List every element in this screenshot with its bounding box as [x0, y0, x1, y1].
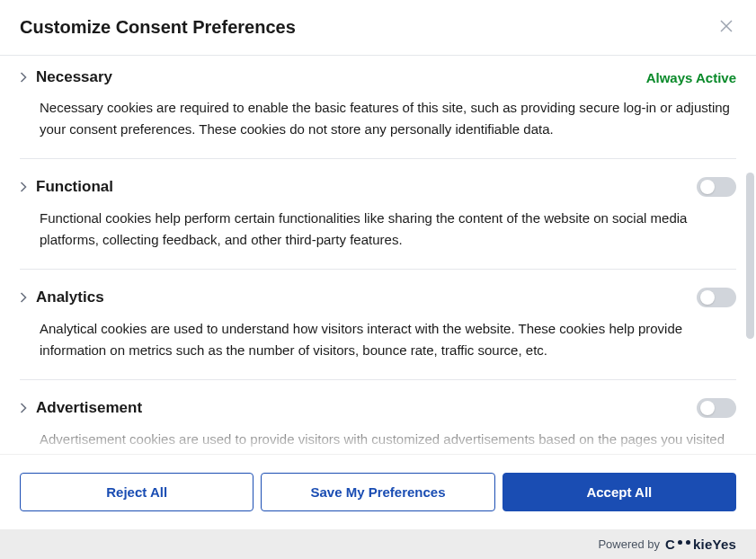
- modal-header: Customize Consent Preferences: [0, 0, 756, 56]
- category-description: Necessary cookies are required to enable…: [20, 97, 736, 140]
- category-header: Advertisement: [20, 398, 736, 418]
- chevron-right-icon[interactable]: [20, 72, 27, 83]
- category-advertisement: Advertisement Advertisement cookies are …: [20, 380, 736, 454]
- category-description: Analytical cookies are used to understan…: [20, 318, 736, 361]
- category-left: Analytics: [20, 288, 104, 306]
- category-description: Functional cookies help perform certain …: [20, 208, 736, 251]
- category-header: Functional: [20, 177, 736, 197]
- category-header: Necessary Always Active: [20, 68, 736, 86]
- brand-text-part2: kieYes: [693, 537, 736, 552]
- scroll-area[interactable]: Necessary Always Active Necessary cookie…: [0, 56, 756, 454]
- category-analytics: Analytics Analytical cookies are used to…: [20, 270, 736, 380]
- category-necessary: Necessary Always Active Necessary cookie…: [20, 56, 736, 159]
- chevron-right-icon[interactable]: [20, 403, 27, 413]
- always-active-label: Always Active: [646, 70, 736, 85]
- category-left: Functional: [20, 178, 113, 196]
- close-icon: [720, 20, 733, 35]
- reject-all-button[interactable]: Reject All: [20, 473, 253, 511]
- chevron-right-icon[interactable]: [20, 182, 27, 192]
- category-left: Advertisement: [20, 399, 142, 417]
- chevron-right-icon[interactable]: [20, 292, 27, 303]
- category-functional: Functional Functional cookies help perfo…: [20, 159, 736, 270]
- category-title: Analytics: [36, 288, 104, 306]
- powered-by-label: Powered by: [598, 537, 660, 551]
- toggle-analytics[interactable]: [697, 288, 736, 307]
- brand-dot-icon: [686, 540, 690, 545]
- brand-dot-icon: [678, 540, 682, 545]
- modal-footer: Reject All Save My Preferences Accept Al…: [0, 454, 756, 529]
- powered-by-bar: Powered by CkieYes: [0, 529, 756, 559]
- category-title: Advertisement: [36, 399, 142, 417]
- modal-title: Customize Consent Preferences: [20, 17, 296, 38]
- save-preferences-button[interactable]: Save My Preferences: [261, 473, 494, 511]
- toggle-functional[interactable]: [697, 177, 736, 197]
- category-left: Necessary: [20, 68, 112, 86]
- category-header: Analytics: [20, 288, 736, 307]
- category-description: Advertisement cookies are used to provid…: [20, 429, 736, 454]
- brand-logo[interactable]: CkieYes: [665, 537, 736, 552]
- modal-content: Necessary Always Active Necessary cookie…: [0, 56, 756, 454]
- brand-text-part1: C: [665, 537, 675, 552]
- toggle-advertisement[interactable]: [697, 398, 736, 418]
- category-title: Functional: [36, 178, 113, 196]
- accept-all-button[interactable]: Accept All: [503, 473, 736, 511]
- category-title: Necessary: [36, 68, 112, 86]
- scrollbar-thumb[interactable]: [746, 173, 754, 339]
- close-button[interactable]: [716, 16, 736, 39]
- consent-modal: Customize Consent Preferences Necessary: [0, 0, 756, 559]
- button-row: Reject All Save My Preferences Accept Al…: [20, 473, 736, 511]
